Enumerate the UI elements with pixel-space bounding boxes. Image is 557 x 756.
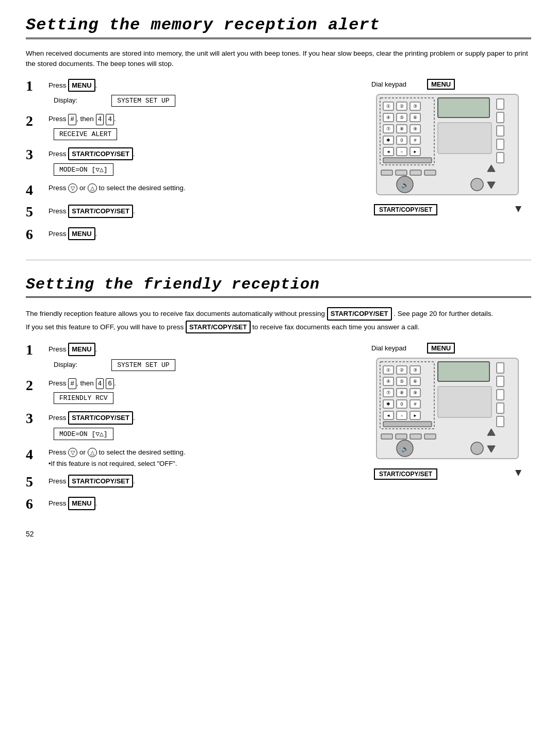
start-copy-set-diagram-label-2: START/COPY/SET	[374, 468, 437, 480]
s2-step-3-num: 3	[26, 411, 44, 426]
s2-step-1-content: Press MENU. Display: SYSTEM SET UP	[48, 343, 356, 371]
s2-step-2-text: Press #, then 4 6.	[48, 378, 356, 390]
svg-text:①: ①	[386, 104, 390, 109]
s2-step-2-content: Press #, then 4 6. FRIENDLY RCV	[48, 378, 356, 405]
s2-step-1: 1 Press MENU. Display: SYSTEM SET UP	[26, 343, 356, 371]
s2-step-3-text: Press START/COPY/SET.	[48, 411, 356, 425]
svg-text:②: ②	[400, 367, 404, 373]
step-4-num: 4	[26, 183, 44, 197]
step-3: 3 Press START/COPY/SET. MODE=ON [▽△]	[26, 147, 356, 176]
svg-marker-49	[515, 206, 521, 212]
dial-keypad-label-1: Dial keypad	[371, 80, 406, 88]
section2-description: The friendly reception feature allows yo…	[26, 307, 531, 333]
svg-text:🔈: 🔈	[401, 445, 409, 452]
start-copy-set-desc2-ref: START/COPY/SET	[186, 321, 251, 334]
svg-rect-35	[497, 112, 504, 123]
svg-rect-40	[381, 170, 392, 175]
s2-menu-button-ref-6: MENU	[68, 497, 95, 510]
s2-key-6-ref: 6	[106, 378, 114, 390]
display-value-3: MODE=ON [▽△]	[54, 163, 113, 176]
svg-text:○: ○	[401, 413, 403, 418]
down-arrow-ref: ▽	[68, 183, 77, 193]
section2-title: Setting the friendly reception	[26, 276, 531, 298]
svg-text:④: ④	[386, 115, 390, 120]
svg-rect-37	[497, 139, 504, 149]
svg-text:⑨: ⑨	[413, 390, 417, 395]
step-5-num: 5	[26, 205, 44, 219]
fax-diagram-1: ① ② ③ ④ ⑤ ⑥ ⑦ ⑧	[374, 92, 523, 200]
start-copy-set-ref-3: START/COPY/SET	[68, 147, 133, 161]
svg-text:✱: ✱	[386, 401, 390, 407]
key-4b-ref: 4	[106, 114, 114, 125]
step-6: 6 Press MENU.	[26, 227, 356, 243]
svg-text:🔈: 🔈	[401, 181, 409, 189]
svg-text:#: #	[414, 138, 416, 143]
dial-keypad-label-2: Dial keypad	[371, 344, 406, 352]
svg-text:②: ②	[400, 104, 404, 109]
step-3-num: 3	[26, 147, 44, 162]
section1-steps: 1 Press MENU. Display: SYSTEM SET UP 2 P	[26, 79, 356, 250]
svg-rect-39	[438, 123, 492, 154]
s2-display-value-3: MODE=ON [▽△]	[54, 428, 113, 440]
svg-rect-85	[497, 376, 504, 387]
svg-rect-34	[497, 99, 504, 109]
s2-step-1-text: Press MENU.	[48, 343, 356, 356]
svg-text:⑧: ⑧	[400, 390, 404, 395]
s2-display-label-1: Display:	[54, 361, 77, 368]
step-3-content: Press START/COPY/SET. MODE=ON [▽△]	[48, 147, 356, 176]
step-6-text: Press MENU.	[48, 227, 356, 241]
section-friendly-reception: Setting the friendly reception The frien…	[26, 276, 531, 519]
s2-start-copy-set-ref-3: START/COPY/SET	[68, 411, 133, 425]
s2-hash-key-ref: #	[68, 378, 76, 390]
svg-text:⑤: ⑤	[400, 115, 404, 120]
key-4-ref: 4	[96, 114, 104, 125]
svg-text:◄: ◄	[386, 149, 390, 154]
svg-text:③: ③	[413, 367, 417, 373]
svg-rect-36	[497, 126, 504, 136]
diagram-wrapper-2: Dial keypad MENU ① ② ③ ④ ⑤	[366, 343, 531, 480]
step-1-num: 1	[26, 79, 44, 93]
s2-step-1-num: 1	[26, 343, 44, 357]
svg-rect-42	[410, 170, 421, 175]
s2-down-arrow-ref: ▽	[68, 448, 77, 457]
s2-step-3-content: Press START/COPY/SET. MODE=ON [▽△]	[48, 411, 356, 440]
step-2-content: Press #, then 4 4. RECEIVE ALERT	[48, 114, 356, 140]
svg-rect-38	[497, 153, 504, 163]
s2-step-2-num: 2	[26, 378, 44, 393]
svg-text:⑤: ⑤	[400, 379, 404, 384]
section1-title: Setting the memory reception alert	[26, 15, 531, 39]
section2-desc2: . See page 20 for further details.	[394, 310, 493, 317]
svg-text:0: 0	[400, 401, 403, 407]
step-5: 5 Press START/COPY/SET.	[26, 205, 356, 220]
svg-text:#: #	[414, 401, 416, 407]
svg-text:⑨: ⑨	[413, 126, 417, 131]
section2-desc3: If you set this feature to OFF, you will…	[26, 323, 186, 331]
s2-display-value-1: SYSTEM SET UP	[111, 359, 175, 371]
svg-point-48	[471, 178, 483, 191]
svg-text:0: 0	[400, 138, 403, 143]
start-copy-set-desc-ref: START/COPY/SET	[327, 307, 392, 321]
diagram-wrapper-1: Dial keypad MENU ① ② ③	[366, 79, 531, 216]
step-2-text: Press #, then 4 4.	[48, 114, 356, 125]
svg-rect-90	[381, 434, 392, 439]
display-label-1: Display:	[54, 96, 77, 104]
svg-text:①: ①	[386, 367, 390, 373]
section-memory-alert: Setting the memory reception alert When …	[26, 15, 531, 249]
svg-text:⑦: ⑦	[386, 390, 390, 395]
svg-rect-93	[424, 434, 436, 439]
svg-text:③: ③	[413, 104, 417, 109]
s2-step-5-num: 5	[26, 475, 44, 489]
section2-desc1: The friendly reception feature allows yo…	[26, 310, 325, 317]
s2-step-6: 6 Press MENU.	[26, 497, 356, 512]
section-divider	[26, 260, 531, 260]
step-4-text: Press ▽ or △ to select the desired setti…	[48, 183, 356, 193]
svg-text:⑧: ⑧	[400, 126, 404, 131]
step-1-display-row: Display: SYSTEM SET UP	[48, 94, 356, 107]
step-6-num: 6	[26, 227, 44, 242]
hash-key-ref: #	[68, 114, 76, 125]
s2-step-4: 4 Press ▽ or △ to select the desired set…	[26, 447, 356, 467]
page-number: 52	[26, 530, 531, 538]
svg-text:⑥: ⑥	[413, 379, 417, 384]
s2-step-6-text: Press MENU.	[48, 497, 356, 510]
s2-step-4-num: 4	[26, 447, 44, 462]
